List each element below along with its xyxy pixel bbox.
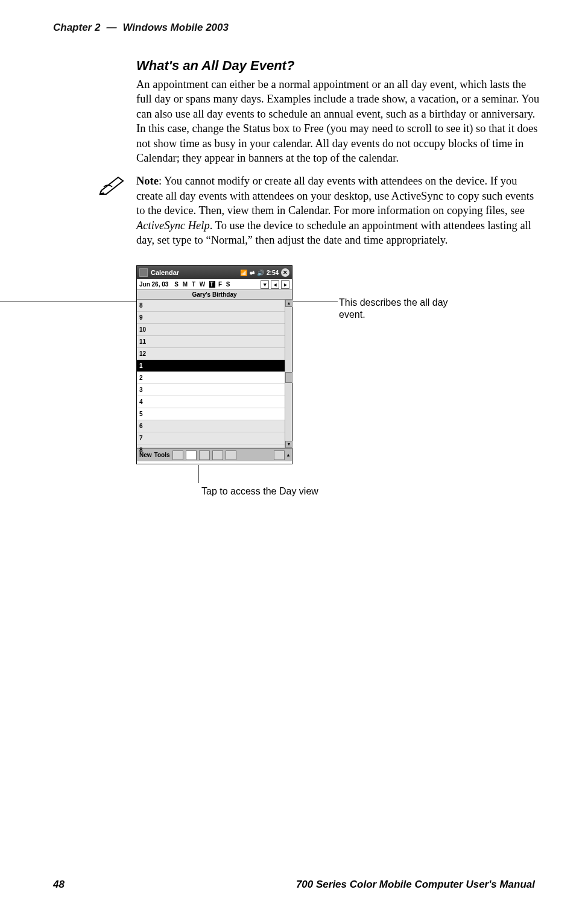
- volume-icon: 🔊: [257, 270, 264, 276]
- hour-row[interactable]: 3: [137, 384, 292, 396]
- days-pre: S M T W: [174, 281, 209, 288]
- note-text: Note: You cannot modify or create all da…: [136, 174, 540, 247]
- hour-label: 2: [139, 374, 143, 381]
- hour-label: 12: [139, 350, 146, 357]
- hour-row[interactable]: 11: [137, 336, 292, 348]
- day-selected: T: [209, 281, 215, 288]
- scrollbar[interactable]: ▴ ▾: [285, 300, 292, 448]
- callout-bottom: Tap to access the Day view: [201, 486, 318, 497]
- keyboard-up-icon[interactable]: ▴: [287, 452, 289, 458]
- keyboard-icon[interactable]: [274, 450, 285, 460]
- scroll-up-icon[interactable]: ▴: [285, 300, 292, 307]
- days-post: F S: [215, 281, 231, 288]
- signal-icon: 📶: [240, 270, 247, 276]
- date-bar: Jun 26, 03 S M T W T F S ▾ ◂ ▸: [137, 279, 292, 290]
- agenda-view-icon[interactable]: [172, 450, 183, 460]
- hour-label: 4: [139, 399, 143, 405]
- note-pencil-icon: [98, 174, 127, 195]
- hour-row[interactable]: 9: [137, 312, 292, 324]
- start-icon[interactable]: [139, 268, 148, 277]
- hour-label: 11: [139, 338, 146, 345]
- hour-row[interactable]: 8: [137, 444, 292, 448]
- next-day-icon[interactable]: ▸: [281, 280, 289, 289]
- section-body: An appointment can either be a normal ap…: [136, 77, 540, 165]
- clock-time: 2:54: [267, 270, 279, 276]
- week-view-icon[interactable]: [199, 450, 210, 460]
- tools-button[interactable]: Tools: [154, 452, 170, 458]
- prev-day-icon[interactable]: ◂: [271, 280, 279, 289]
- device-screenshot: Calendar 📶 ⇄ 🔊 2:54 ✕ Jun 26, 03 S M T W…: [136, 265, 292, 464]
- note-block: Note: You cannot modify or create all da…: [136, 174, 540, 247]
- hour-row[interactable]: 8: [137, 300, 292, 312]
- header-title: Windows Mobile 2003: [122, 22, 229, 34]
- weekday-picker[interactable]: S M T W T F S: [174, 281, 259, 288]
- titlebar: Calendar 📶 ⇄ 🔊 2:54 ✕: [137, 266, 292, 279]
- page-number: 48: [53, 879, 65, 891]
- running-header: Chapter 2 — Windows Mobile 2003: [53, 22, 535, 34]
- calendar-dropdown-icon[interactable]: ▾: [261, 280, 269, 289]
- hour-row[interactable]: 10: [137, 324, 292, 336]
- hour-row[interactable]: 7: [137, 432, 292, 444]
- hour-row[interactable]: 6: [137, 420, 292, 432]
- running-footer: 48 700 Series Color Mobile Computer User…: [53, 879, 535, 891]
- header-chapter: Chapter 2: [53, 22, 100, 34]
- month-view-icon[interactable]: [212, 450, 223, 460]
- hour-row[interactable]: 4: [137, 396, 292, 408]
- close-icon[interactable]: ✕: [281, 268, 289, 277]
- section-title: What's an All Day Event?: [136, 58, 540, 74]
- hour-label: 10: [139, 326, 146, 333]
- hour-label: 5: [139, 411, 143, 417]
- callout-right: This describes the all day event.: [339, 297, 460, 321]
- scroll-down-icon[interactable]: ▾: [285, 441, 292, 448]
- hour-grid: 8 9 10 11 12 1 2 3 4 5 6 7 8 ▴ ▾: [137, 300, 292, 448]
- hour-label: 6: [139, 423, 143, 429]
- status-icons: 📶 ⇄ 🔊 2:54: [240, 270, 279, 276]
- note-icon-wrap: [98, 174, 131, 198]
- note-label: Note: [136, 175, 159, 187]
- bottom-toolbar: New Tools ▴: [137, 448, 292, 461]
- page: Chapter 2 — Windows Mobile 2003 What's a…: [0, 0, 588, 916]
- callout-line-bottom: [198, 465, 199, 483]
- hour-label: 8: [139, 447, 143, 453]
- hour-label: 9: [139, 314, 143, 321]
- sync-icon: ⇄: [250, 270, 254, 276]
- content-column: What's an All Day Event? An appointment …: [136, 58, 540, 519]
- header-dash: —: [106, 22, 116, 34]
- hour-label: 8: [139, 302, 143, 309]
- figure-area: Calendar 📶 ⇄ 🔊 2:54 ✕ Jun 26, 03 S M T W…: [136, 265, 540, 519]
- note-emph: ActiveSync Help: [136, 220, 210, 232]
- hour-row[interactable]: 2: [137, 372, 292, 384]
- callout-pointer-left: [0, 301, 136, 302]
- day-view-icon[interactable]: [186, 450, 197, 460]
- year-view-icon[interactable]: [226, 450, 236, 460]
- callout-line-right: [293, 301, 338, 302]
- hour-row-selected[interactable]: 1: [137, 360, 292, 372]
- note-text-1: : You cannot modify or create all day ev…: [136, 175, 534, 216]
- scroll-thumb[interactable]: [285, 372, 292, 383]
- hour-label: 7: [139, 435, 143, 441]
- allday-banner[interactable]: Gary's Birthday: [137, 290, 292, 300]
- hour-row[interactable]: 12: [137, 348, 292, 360]
- app-title: Calendar: [151, 269, 240, 276]
- manual-title: 700 Series Color Mobile Computer User's …: [296, 879, 535, 891]
- hour-label: 3: [139, 387, 143, 393]
- hour-label: 1: [139, 362, 143, 369]
- hour-row[interactable]: 5: [137, 408, 292, 420]
- date-label: Jun 26, 03: [139, 281, 168, 288]
